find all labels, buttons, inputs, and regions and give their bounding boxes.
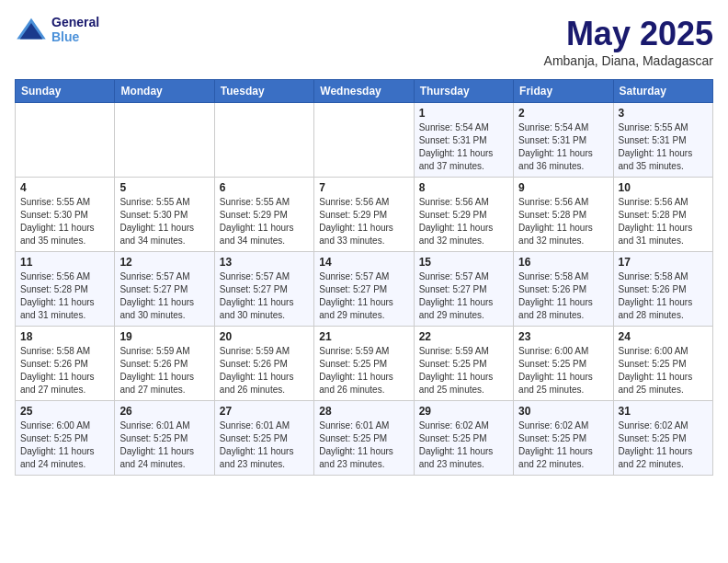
day-number: 29 [419,405,508,418]
weekday-header-sunday: Sunday [16,80,115,103]
day-number: 2 [518,107,608,120]
week-row-2: 4Sunrise: 5:55 AM Sunset: 5:30 PM Daylig… [16,178,713,252]
day-number: 14 [319,256,408,269]
day-cell: 14Sunrise: 5:57 AM Sunset: 5:27 PM Dayli… [314,252,414,327]
week-row-4: 18Sunrise: 5:58 AM Sunset: 5:26 PM Dayli… [16,327,713,401]
day-cell: 25Sunrise: 6:00 AM Sunset: 5:25 PM Dayli… [16,401,115,476]
day-info: Sunrise: 5:57 AM Sunset: 5:27 PM Dayligh… [419,270,508,322]
day-cell: 17Sunrise: 5:58 AM Sunset: 5:26 PM Dayli… [613,252,712,327]
day-cell [314,103,414,178]
day-info: Sunrise: 6:00 AM Sunset: 5:25 PM Dayligh… [20,419,109,471]
day-info: Sunrise: 6:00 AM Sunset: 5:25 PM Dayligh… [619,345,708,396]
day-info: Sunrise: 6:01 AM Sunset: 5:25 PM Dayligh… [119,419,209,471]
day-cell: 13Sunrise: 5:57 AM Sunset: 5:27 PM Dayli… [214,252,313,327]
logo-text: General Blue [51,15,99,44]
day-cell: 21Sunrise: 5:59 AM Sunset: 5:25 PM Dayli… [314,327,414,401]
day-number: 26 [119,405,209,418]
weekday-header-row: SundayMondayTuesdayWednesdayThursdayFrid… [16,80,713,103]
weekday-header-tuesday: Tuesday [214,80,313,103]
day-cell: 19Sunrise: 5:59 AM Sunset: 5:26 PM Dayli… [115,327,214,401]
weekday-header-wednesday: Wednesday [314,80,414,103]
day-number: 13 [220,256,309,269]
day-number: 1 [419,107,508,120]
weekday-header-saturday: Saturday [613,80,712,103]
logo: General Blue [15,15,99,44]
day-number: 8 [419,181,508,194]
day-cell [115,103,214,178]
day-cell: 28Sunrise: 6:01 AM Sunset: 5:25 PM Dayli… [314,401,414,476]
day-info: Sunrise: 5:57 AM Sunset: 5:27 PM Dayligh… [119,270,209,322]
day-info: Sunrise: 5:56 AM Sunset: 5:29 PM Dayligh… [319,196,408,247]
day-info: Sunrise: 5:55 AM Sunset: 5:30 PM Dayligh… [20,196,109,247]
week-row-1: 1Sunrise: 5:54 AM Sunset: 5:31 PM Daylig… [16,103,713,178]
day-number: 4 [20,181,109,194]
day-info: Sunrise: 5:56 AM Sunset: 5:28 PM Dayligh… [518,196,608,247]
week-row-3: 11Sunrise: 5:56 AM Sunset: 5:28 PM Dayli… [16,252,713,327]
day-number: 5 [119,181,209,194]
day-cell: 7Sunrise: 5:56 AM Sunset: 5:29 PM Daylig… [314,178,414,252]
day-info: Sunrise: 6:02 AM Sunset: 5:25 PM Dayligh… [419,419,508,471]
day-number: 17 [619,256,708,269]
day-info: Sunrise: 5:56 AM Sunset: 5:28 PM Dayligh… [20,270,109,322]
day-number: 3 [619,107,708,120]
day-info: Sunrise: 5:59 AM Sunset: 5:26 PM Dayligh… [220,345,309,396]
day-number: 18 [20,330,109,343]
day-info: Sunrise: 5:57 AM Sunset: 5:27 PM Dayligh… [319,270,408,322]
day-info: Sunrise: 5:59 AM Sunset: 5:25 PM Dayligh… [319,345,408,396]
day-number: 25 [20,405,109,418]
day-number: 22 [419,330,508,343]
day-cell: 27Sunrise: 6:01 AM Sunset: 5:25 PM Dayli… [214,401,313,476]
week-row-5: 25Sunrise: 6:00 AM Sunset: 5:25 PM Dayli… [16,401,713,476]
day-number: 19 [119,330,209,343]
day-cell: 31Sunrise: 6:02 AM Sunset: 5:25 PM Dayli… [613,401,712,476]
day-cell [16,103,115,178]
day-cell: 3Sunrise: 5:55 AM Sunset: 5:31 PM Daylig… [613,103,712,178]
day-cell: 30Sunrise: 6:02 AM Sunset: 5:25 PM Dayli… [514,401,613,476]
day-info: Sunrise: 5:59 AM Sunset: 5:25 PM Dayligh… [419,345,508,396]
day-info: Sunrise: 6:01 AM Sunset: 5:25 PM Dayligh… [220,419,309,471]
day-number: 31 [619,405,708,418]
day-number: 24 [619,330,708,343]
day-cell: 4Sunrise: 5:55 AM Sunset: 5:30 PM Daylig… [16,178,115,252]
day-cell: 18Sunrise: 5:58 AM Sunset: 5:26 PM Dayli… [16,327,115,401]
day-info: Sunrise: 5:54 AM Sunset: 5:31 PM Dayligh… [419,121,508,173]
weekday-header-friday: Friday [514,80,613,103]
day-number: 16 [518,256,608,269]
day-number: 10 [619,181,708,194]
day-cell: 2Sunrise: 5:54 AM Sunset: 5:31 PM Daylig… [514,103,613,178]
day-info: Sunrise: 5:56 AM Sunset: 5:29 PM Dayligh… [419,196,508,247]
day-info: Sunrise: 5:59 AM Sunset: 5:26 PM Dayligh… [119,345,209,396]
day-cell: 9Sunrise: 5:56 AM Sunset: 5:28 PM Daylig… [514,178,613,252]
day-info: Sunrise: 6:02 AM Sunset: 5:25 PM Dayligh… [619,419,708,471]
day-number: 7 [319,181,408,194]
day-info: Sunrise: 6:01 AM Sunset: 5:25 PM Dayligh… [319,419,408,471]
day-cell: 11Sunrise: 5:56 AM Sunset: 5:28 PM Dayli… [16,252,115,327]
logo-icon [15,17,48,42]
day-cell: 29Sunrise: 6:02 AM Sunset: 5:25 PM Dayli… [414,401,513,476]
location: Ambanja, Diana, Madagascar [544,53,713,68]
day-info: Sunrise: 5:57 AM Sunset: 5:27 PM Dayligh… [220,270,309,322]
day-cell: 6Sunrise: 5:55 AM Sunset: 5:29 PM Daylig… [214,178,313,252]
day-number: 9 [518,181,608,194]
title-block: May 2025 Ambanja, Diana, Madagascar [544,15,713,68]
day-info: Sunrise: 5:55 AM Sunset: 5:30 PM Dayligh… [119,196,209,247]
day-number: 28 [319,405,408,418]
month-title: May 2025 [544,15,713,53]
day-info: Sunrise: 6:00 AM Sunset: 5:25 PM Dayligh… [518,345,608,396]
day-number: 12 [119,256,209,269]
day-cell: 1Sunrise: 5:54 AM Sunset: 5:31 PM Daylig… [414,103,513,178]
day-cell: 8Sunrise: 5:56 AM Sunset: 5:29 PM Daylig… [414,178,513,252]
day-cell: 22Sunrise: 5:59 AM Sunset: 5:25 PM Dayli… [414,327,513,401]
day-cell: 20Sunrise: 5:59 AM Sunset: 5:26 PM Dayli… [214,327,313,401]
page-header: General Blue May 2025 Ambanja, Diana, Ma… [15,15,713,68]
day-cell: 15Sunrise: 5:57 AM Sunset: 5:27 PM Dayli… [414,252,513,327]
weekday-header-thursday: Thursday [414,80,513,103]
day-number: 27 [220,405,309,418]
day-number: 6 [220,181,309,194]
day-cell: 12Sunrise: 5:57 AM Sunset: 5:27 PM Dayli… [115,252,214,327]
day-cell: 16Sunrise: 5:58 AM Sunset: 5:26 PM Dayli… [514,252,613,327]
day-info: Sunrise: 5:58 AM Sunset: 5:26 PM Dayligh… [518,270,608,322]
day-info: Sunrise: 6:02 AM Sunset: 5:25 PM Dayligh… [518,419,608,471]
day-number: 20 [220,330,309,343]
day-number: 15 [419,256,508,269]
